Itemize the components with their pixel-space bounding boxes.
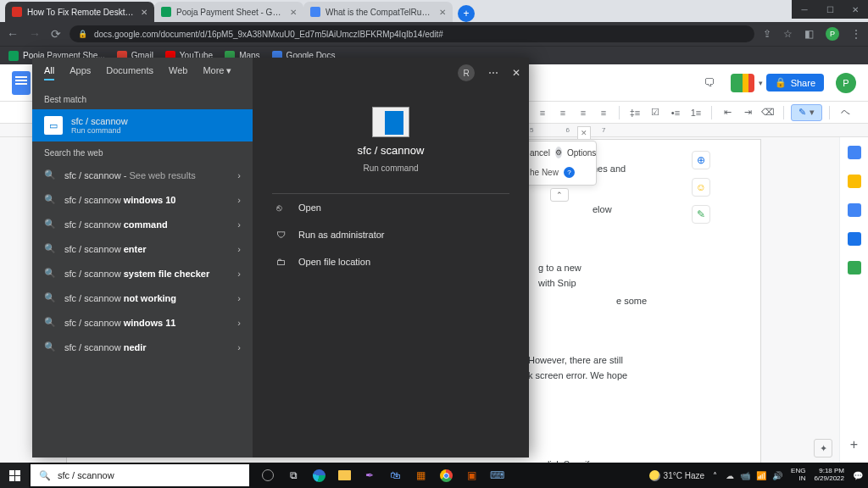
web-result-item[interactable]: 🔍sfc / scannow not working›: [32, 286, 253, 310]
tray-expand-button[interactable]: ˄: [713, 471, 717, 480]
bulleted-list-button[interactable]: •≡: [667, 104, 684, 121]
contacts-icon[interactable]: [848, 232, 861, 246]
volume-icon[interactable]: 🔊: [772, 471, 782, 480]
reload-button[interactable]: ⟳: [51, 27, 61, 41]
filter-tab-all[interactable]: All: [44, 65, 54, 80]
editing-mode-button[interactable]: ✎ ▾: [791, 104, 822, 121]
numbered-list-button[interactable]: 1≡: [687, 104, 704, 121]
taskbar-app-office[interactable]: ▦: [410, 465, 431, 485]
start-button[interactable]: [0, 463, 29, 488]
onedrive-icon[interactable]: ☁: [726, 471, 734, 480]
action-open-location[interactable]: 🗀 Open file location: [253, 248, 529, 275]
more-options-button[interactable]: ⋯: [488, 67, 498, 79]
filter-tab-apps[interactable]: Apps: [70, 65, 91, 80]
web-result-item[interactable]: 🔍sfc / scannow command›: [32, 212, 253, 236]
maps-icon[interactable]: [848, 261, 861, 274]
forward-button[interactable]: →: [29, 27, 41, 41]
close-window-button[interactable]: ✕: [843, 0, 868, 19]
collapse-toolbar-button[interactable]: ヘ: [837, 104, 854, 121]
close-icon[interactable]: ✕: [577, 126, 591, 140]
minimize-button[interactable]: ─: [792, 0, 817, 19]
filter-tab-documents[interactable]: Documents: [106, 65, 153, 80]
checklist-button[interactable]: ☑: [647, 104, 664, 121]
web-result-item[interactable]: 🔍sfc / scannow - See web results›: [32, 163, 253, 187]
omnibox[interactable]: 🔒 docs.google.com/document/d/16pM5_9xA38…: [70, 25, 754, 42]
user-badge[interactable]: R: [458, 64, 475, 81]
suggest-edits-button[interactable]: ✎: [692, 205, 710, 224]
language-indicator[interactable]: ENG IN: [791, 468, 805, 483]
taskbar-search-input[interactable]: 🔍 sfc / scannow: [31, 464, 249, 486]
decrease-indent-button[interactable]: ⇤: [719, 104, 736, 121]
taskbar-app-terminal[interactable]: ⌨: [487, 465, 507, 485]
explore-button[interactable]: ✦: [814, 439, 832, 458]
web-result-item[interactable]: 🔍sfc / scannow nedir›: [32, 335, 253, 359]
align-left-button[interactable]: ≡: [534, 104, 551, 121]
chevron-up-icon[interactable]: ⌃: [550, 188, 569, 202]
share-icon[interactable]: ⇪: [763, 28, 771, 40]
task-view-button[interactable]: ⧉: [283, 465, 303, 485]
filter-tab-more[interactable]: More ▾: [203, 65, 231, 81]
extension-icon[interactable]: ◧: [804, 28, 814, 40]
browser-tab-2[interactable]: What is the CompatTelRunner - G ✕: [303, 2, 453, 22]
notifications-button[interactable]: 💬: [853, 471, 863, 480]
increase-indent-button[interactable]: ⇥: [739, 104, 756, 121]
chevron-right-icon: ›: [237, 269, 241, 279]
close-icon[interactable]: ✕: [290, 8, 297, 17]
cortana-button[interactable]: [258, 465, 278, 485]
back-button[interactable]: ←: [7, 27, 19, 41]
web-result-item[interactable]: 🔍sfc / scannow windows 11›: [32, 310, 253, 335]
close-icon[interactable]: ✕: [141, 8, 147, 17]
wifi-icon[interactable]: 📶: [756, 471, 766, 480]
web-result-item[interactable]: 🔍sfc / scannow system file checker›: [32, 261, 253, 286]
taskbar-app-store[interactable]: 🛍: [385, 465, 405, 485]
taskbar-app-lightshot[interactable]: ✒: [359, 465, 380, 485]
taskbar-app-explorer[interactable]: [334, 465, 354, 485]
tasks-icon[interactable]: [848, 203, 861, 217]
get-addons-button[interactable]: +: [850, 437, 858, 452]
keep-icon[interactable]: [848, 175, 861, 188]
clear-formatting-button[interactable]: ⌫: [760, 104, 776, 121]
taskbar-app-edge[interactable]: [309, 465, 329, 485]
close-panel-button[interactable]: ✕: [512, 67, 520, 79]
line-spacing-button[interactable]: ‡≡: [626, 104, 643, 121]
align-right-button[interactable]: ≡: [575, 104, 592, 121]
account-avatar[interactable]: P: [836, 73, 856, 93]
search-icon: 🔍: [44, 194, 56, 205]
profile-avatar[interactable]: P: [826, 27, 839, 41]
add-comment-button[interactable]: ⊕: [692, 151, 710, 169]
docs-logo-icon[interactable]: [12, 71, 31, 95]
emoji-reaction-button[interactable]: ☺: [692, 178, 710, 197]
maximize-button[interactable]: ☐: [817, 0, 843, 19]
star-icon[interactable]: ☆: [783, 28, 793, 40]
clock[interactable]: 9:18 PM 6/29/2022: [814, 468, 844, 483]
share-button[interactable]: 🔒 Share: [766, 74, 824, 92]
web-result-item[interactable]: 🔍sfc / scannow windows 10›: [32, 187, 253, 212]
tab-title: What is the CompatTelRunner - G: [326, 8, 434, 17]
close-icon[interactable]: ✕: [439, 8, 446, 17]
taskbar-app-chrome[interactable]: [436, 465, 456, 485]
browser-tab-1[interactable]: Pooja Payment Sheet - Google Sh ✕: [154, 2, 303, 22]
comment-history-icon[interactable]: 🗨: [700, 74, 719, 92]
windows-search-panel: All Apps Documents Web More ▾ Best match…: [32, 58, 529, 458]
new-tab-button[interactable]: +: [458, 5, 475, 22]
filter-tab-web[interactable]: Web: [169, 65, 187, 80]
meet-now-icon[interactable]: 📹: [740, 471, 750, 480]
web-result-item[interactable]: 🔍sfc / scannow enter›: [32, 236, 253, 261]
weather-widget[interactable]: 31°C Haze: [649, 470, 704, 481]
calendar-icon[interactable]: [848, 146, 861, 159]
folder-icon: 🗀: [276, 257, 288, 267]
action-run-as-admin[interactable]: 🛡 Run as administrator: [253, 221, 529, 248]
align-center-button[interactable]: ≡: [554, 104, 571, 121]
options-label[interactable]: Options: [567, 148, 596, 158]
clock-date: 6/29/2022: [814, 475, 844, 483]
meet-button[interactable]: ▾: [731, 74, 754, 92]
gear-icon[interactable]: ⚙: [555, 147, 562, 158]
best-match-result[interactable]: ▭ sfc / scannow Run command: [32, 109, 253, 141]
menu-icon[interactable]: ⋮: [851, 28, 861, 40]
taskbar-app-powerpoint[interactable]: ▣: [461, 465, 481, 485]
separator: [783, 106, 784, 119]
action-open[interactable]: ⎋ Open: [253, 194, 529, 221]
browser-tab-0[interactable]: How To Fix Remote Desktop Blac ✕: [5, 2, 154, 22]
align-justify-button[interactable]: ≡: [595, 104, 612, 121]
help-icon[interactable]: ?: [564, 167, 575, 178]
